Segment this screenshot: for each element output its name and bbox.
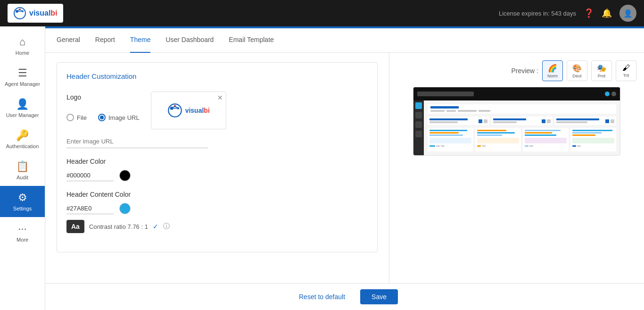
image-url-radio-circle[interactable] — [98, 114, 106, 121]
close-preview-button[interactable]: ✕ — [217, 94, 223, 101]
mock-sub-line-4 — [479, 110, 490, 112]
preview-mode-trit[interactable]: 🖌 Trit — [616, 60, 636, 81]
sidebar-item-home[interactable]: ⌂ Home — [0, 30, 45, 61]
file-radio-circle[interactable] — [66, 114, 74, 121]
header-color-field-group: Header Color — [66, 158, 368, 181]
sidebar-label-user-manager: User Manager — [6, 112, 39, 118]
image-url-input[interactable] — [66, 135, 208, 148]
help-icon[interactable]: ❓ — [584, 8, 594, 18]
check-icon: ✓ — [153, 223, 158, 230]
content-area: General Report Theme User Dashboard Emai… — [45, 26, 644, 310]
prot-icon: 🎭 — [597, 64, 606, 73]
header-color-row — [66, 170, 368, 181]
tab-report[interactable]: Report — [95, 28, 115, 53]
sidebar-item-agent-manager[interactable]: ☰ Agent Manager — [0, 61, 45, 92]
save-button[interactable]: Save — [360, 289, 398, 304]
mock-charts-row — [428, 128, 616, 151]
mock-dot-blue — [605, 92, 610, 96]
mock-title-line — [430, 106, 459, 109]
tab-general[interactable]: General — [57, 28, 80, 53]
norm-label: Norm — [547, 74, 558, 78]
visualbi-logo: visualbi — [13, 7, 58, 20]
contrast-text: Contrast ratio 7.76 : 1 — [89, 223, 148, 230]
header-color-swatch[interactable] — [119, 170, 131, 181]
header-content-color-field-group: Header Content Color Aa Contrast ratio 7… — [66, 191, 368, 233]
agent-manager-icon: ☰ — [18, 67, 27, 79]
reset-button[interactable]: Reset to default — [291, 289, 353, 304]
mock-sidebar-dim-3 — [415, 131, 422, 137]
section-title: Header Customization — [66, 72, 368, 84]
mock-header-bar — [417, 92, 474, 96]
mock-sidebar-dim-1 — [415, 112, 422, 118]
contrast-row: Aa Contrast ratio 7.76 : 1 ✓ ⓘ — [66, 220, 368, 233]
sidebar-label-more: More — [17, 237, 28, 243]
user-manager-icon: 👤 — [16, 98, 29, 110]
sidebar-label-authentication: Authentication — [6, 143, 39, 149]
info-icon[interactable]: ⓘ — [163, 222, 170, 231]
bell-icon[interactable]: 🔔 — [602, 8, 612, 18]
footer-bar: Reset to default Save — [45, 283, 644, 310]
mock-sub-line-3 — [458, 110, 477, 112]
mock-header — [413, 87, 620, 101]
header-customization-section: Header Customization Logo File Image URL — [57, 62, 378, 252]
top-header: visualbi License expires in: 543 days ❓ … — [0, 0, 644, 26]
license-text: License expires in: 543 days — [499, 10, 576, 17]
logo-text: visualbi — [29, 9, 58, 17]
tab-user-dashboard[interactable]: User Dashboard — [165, 28, 214, 53]
deut-icon: 🎨 — [572, 64, 582, 73]
tab-theme[interactable]: Theme — [130, 28, 151, 53]
mock-dot-gray — [611, 92, 616, 96]
tab-email-template[interactable]: Email Template — [229, 28, 273, 53]
sidebar-item-user-manager[interactable]: 👤 User Manager — [0, 92, 45, 124]
preview-label-row: Preview : 🌈 Norm 🎨 Deut 🎭 Prot 🖌 — [511, 60, 636, 81]
preview-logo-text: visualbi — [185, 107, 210, 114]
deut-label: Deut — [572, 74, 581, 78]
logo-field-group: Logo File Image URL — [66, 93, 368, 148]
user-avatar[interactable]: 👤 — [619, 5, 636, 22]
mock-sidebar — [413, 101, 424, 155]
image-url-radio-label: Image URL — [108, 114, 140, 121]
sidebar-label-audit: Audit — [17, 175, 28, 180]
header-content-color-input[interactable] — [66, 203, 114, 214]
sidebar: ⌂ Home ☰ Agent Manager 👤 User Manager 🔑 … — [0, 26, 45, 310]
sidebar-label-agent-manager: Agent Manager — [5, 81, 40, 87]
dashboard-preview-mockup — [413, 87, 620, 156]
trit-icon: 🖌 — [622, 64, 630, 72]
mock-sidebar-selected — [415, 102, 422, 109]
mock-chart-4 — [570, 128, 616, 151]
image-preview: ✕ — [151, 92, 226, 129]
mock-sub-lines — [430, 110, 613, 112]
more-icon: ··· — [18, 223, 26, 235]
mock-header-dots — [605, 92, 616, 96]
header-right: License expires in: 543 days ❓ 🔔 👤 — [499, 5, 636, 22]
preview-logo: visualbi — [167, 103, 210, 118]
mock-chart-2 — [475, 128, 521, 151]
sidebar-item-settings[interactable]: ⚙ Settings — [0, 186, 45, 217]
aa-badge: Aa — [66, 220, 84, 233]
home-icon: ⌂ — [19, 36, 25, 48]
preview-mode-prot[interactable]: 🎭 Prot — [591, 60, 612, 81]
image-url-radio-option[interactable]: Image URL — [98, 114, 140, 121]
header-content-color-swatch[interactable] — [119, 203, 131, 214]
preview-mode-norm[interactable]: 🌈 Norm — [542, 60, 563, 81]
mock-sub-line-2 — [446, 110, 456, 112]
preview-mode-deut[interactable]: 🎨 Deut — [567, 60, 587, 81]
content-body: Header Customization Logo File Image URL — [45, 53, 644, 283]
tabs-bar: General Report Theme User Dashboard Emai… — [45, 28, 644, 53]
header-color-label: Header Color — [66, 158, 368, 165]
trit-label: Trit — [623, 73, 629, 78]
mock-chart-3 — [523, 128, 569, 151]
sidebar-item-authentication[interactable]: 🔑 Authentication — [0, 124, 45, 155]
mock-sub-line-1 — [430, 110, 445, 112]
main-layout: ⌂ Home ☰ Agent Manager 👤 User Manager 🔑 … — [0, 26, 644, 310]
header-content-color-label: Header Content Color — [66, 191, 368, 198]
left-panel: Header Customization Logo File Image URL — [45, 53, 389, 283]
app-logo: visualbi — [8, 4, 63, 23]
sidebar-item-audit[interactable]: 📋 Audit — [0, 155, 45, 186]
header-content-color-row — [66, 203, 368, 214]
mock-sidebar-dim-2 — [415, 121, 422, 128]
header-color-input[interactable] — [66, 170, 114, 181]
mock-stat-row-1 — [428, 117, 616, 125]
sidebar-item-more[interactable]: ··· More — [0, 217, 45, 248]
file-radio-option[interactable]: File — [66, 114, 87, 121]
